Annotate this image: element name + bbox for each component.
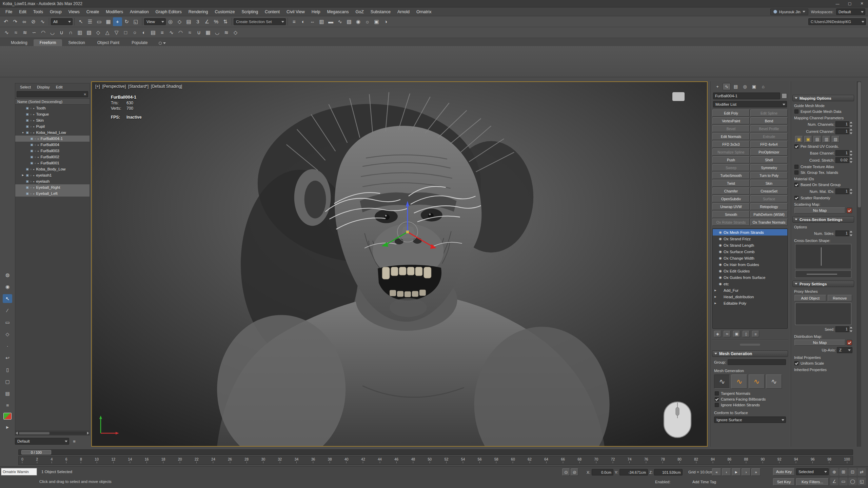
maxscript-mini-listener[interactable]: Ornatrix Warnin bbox=[1, 468, 37, 475]
explorer-menu[interactable]: Select bbox=[17, 84, 34, 90]
ornatrix-tool-01-icon[interactable]: ∿ bbox=[2, 28, 11, 37]
visibility-eye-icon[interactable]: ◉ bbox=[718, 230, 723, 234]
modifier-stack-row[interactable]: ◉ Ox Change Width bbox=[713, 255, 787, 261]
menu-item[interactable]: Megascans bbox=[324, 8, 352, 16]
visibility-toggles[interactable]: ○ ● bbox=[30, 180, 35, 183]
num-mat-ids-spinner[interactable]: 1 bbox=[835, 188, 852, 194]
modifier-stack-row[interactable]: ◉ Ox Edit Guides bbox=[713, 268, 787, 274]
pin-stack-icon[interactable]: ◈ bbox=[714, 331, 721, 337]
visibility-eye-icon[interactable]: ◉ bbox=[718, 282, 723, 286]
modifier-button[interactable]: CreaseSet bbox=[750, 187, 788, 195]
ornatrix-tool-04-icon[interactable]: ∽ bbox=[29, 28, 39, 37]
window-crossing-icon[interactable]: ▦ bbox=[104, 17, 113, 26]
delete-tool-icon[interactable]: ▯ bbox=[3, 365, 12, 374]
per-strand-uv-checkbox-row[interactable]: Per-Strand UV Coords. bbox=[794, 144, 852, 148]
up-axis-dropdown[interactable]: Z bbox=[837, 347, 852, 353]
modifier-button[interactable]: Turn to Poly bbox=[750, 172, 788, 179]
schematic-view-icon[interactable]: ▧ bbox=[344, 17, 354, 26]
object-name-field[interactable]: FurBall004-1 bbox=[713, 93, 780, 99]
key-filters-button[interactable]: Key Filters... bbox=[796, 478, 829, 486]
modifier-button[interactable]: TurboSmooth bbox=[712, 172, 750, 179]
tab-freeform[interactable]: Freeform bbox=[34, 39, 62, 46]
set-key-button[interactable]: Set Key bbox=[773, 478, 795, 486]
menu-item[interactable]: GoZ bbox=[352, 8, 367, 16]
menu-item[interactable]: File bbox=[2, 8, 16, 16]
viewport[interactable]: [+] [Perspective] [Standard*] [Default S… bbox=[91, 81, 708, 447]
clipboard-icon[interactable]: ▤ bbox=[3, 389, 12, 398]
edit-named-sets-icon[interactable]: ≡ bbox=[290, 17, 299, 26]
scroll-right-icon[interactable] bbox=[87, 432, 89, 434]
scene-object-row[interactable]: ▣ ○ ● FurBall004 bbox=[15, 142, 90, 148]
maximize-viewport-toggle-icon[interactable]: ◱ bbox=[857, 477, 866, 485]
num-sides-spinner[interactable]: 1 bbox=[835, 230, 852, 236]
viewcube[interactable] bbox=[672, 92, 685, 101]
cross-section-strip[interactable] bbox=[795, 270, 851, 278]
ornatrix-help-icon[interactable]: ◍ bbox=[3, 270, 12, 279]
menu-item[interactable]: Help bbox=[308, 8, 324, 16]
scene-object-row[interactable]: ▣ ○ ● FurBall004-1 bbox=[15, 136, 90, 142]
ornatrix-tool-25-icon[interactable]: ≋ bbox=[222, 28, 231, 37]
scene-object-row[interactable]: ▣ ○ ● Eyeball_Right bbox=[15, 184, 90, 190]
checkbox-row[interactable]: Camera Facing Billboards bbox=[715, 397, 785, 401]
make-unique-icon[interactable]: ▣ bbox=[733, 331, 740, 337]
align-icon[interactable]: ⇔ bbox=[308, 17, 317, 26]
modifier-button[interactable]: FFD 3x3x3 bbox=[712, 141, 750, 148]
select-and-link-icon[interactable]: ∞ bbox=[20, 17, 29, 26]
modifier-button[interactable]: Ox Transfer Normals bbox=[750, 219, 788, 226]
use-pivot-center-icon[interactable]: ◎ bbox=[166, 17, 175, 26]
uniform-scale-checkbox-row[interactable]: Uniform Scale bbox=[794, 361, 852, 365]
ornatrix-tool-06-icon[interactable]: ◡ bbox=[48, 28, 57, 37]
ornatrix-tool-16-icon[interactable]: ◐ bbox=[139, 28, 149, 37]
create-tab-icon[interactable]: + bbox=[713, 83, 722, 90]
ornatrix-tool-09-icon[interactable]: ▥ bbox=[75, 28, 84, 37]
select-and-move-icon[interactable]: + bbox=[113, 17, 122, 26]
export-guide-checkbox-row[interactable]: Export Guide Mesh Data bbox=[794, 109, 852, 114]
menu-item[interactable]: Arnold bbox=[394, 8, 413, 16]
go-to-start-button[interactable]: « bbox=[712, 468, 721, 476]
coord-stretch-spinner[interactable]: 0.02 bbox=[835, 157, 852, 163]
rollout-cross-section[interactable]: Cross-Section Settings bbox=[792, 216, 854, 223]
scene-object-row[interactable]: ▣ ○ ● FurBall003 bbox=[15, 148, 90, 154]
tab-modeling[interactable]: Modeling bbox=[5, 39, 34, 46]
modifier-button[interactable]: Smooth bbox=[712, 211, 750, 218]
menu-item[interactable]: Create bbox=[83, 8, 103, 16]
modifier-stack-row[interactable]: ◉ Ox Strand Length bbox=[713, 242, 787, 248]
dot-tool-icon[interactable]: · bbox=[3, 342, 12, 350]
visibility-toggles[interactable]: ○ ● bbox=[35, 156, 39, 158]
tab-object-paint[interactable]: Object Paint bbox=[91, 39, 125, 46]
menu-item[interactable]: Edit bbox=[16, 8, 30, 16]
modifier-stack-row[interactable]: ◉ Ox Strand Frizz bbox=[713, 236, 787, 242]
orbit-icon[interactable]: ◯ bbox=[848, 477, 857, 485]
user-account-button[interactable]: Hyunsuk Jin bbox=[770, 8, 808, 15]
expander-icon[interactable]: ▶ bbox=[714, 289, 717, 292]
menu-item[interactable]: Scripting bbox=[238, 8, 261, 16]
ornatrix-tool-12-icon[interactable]: △ bbox=[103, 28, 112, 37]
modifier-stack-row[interactable]: ◉ Ox Hair from Guides bbox=[713, 261, 787, 268]
modifier-button[interactable]: FFD 4x4x4 bbox=[750, 141, 788, 148]
visibility-eye-icon[interactable]: ◉ bbox=[718, 243, 723, 247]
scene-object-row[interactable]: ▣ ○ ● eyelash bbox=[15, 178, 90, 184]
modifier-button[interactable]: Bevel Profile bbox=[750, 125, 788, 132]
y-coordinate-field[interactable]: -34.671cm bbox=[619, 469, 648, 475]
utilities-tab-icon[interactable]: ⌂ bbox=[759, 83, 767, 90]
viewport-renderer-menu[interactable]: [Standard*] bbox=[128, 84, 149, 89]
object-color-swatch[interactable] bbox=[782, 93, 787, 99]
explorer-menu[interactable]: Display bbox=[34, 84, 53, 90]
previous-frame-button[interactable]: ‹ bbox=[722, 468, 731, 476]
selection-region-icon[interactable]: ▭ bbox=[95, 17, 104, 26]
show-end-result-icon[interactable]: ≍ bbox=[724, 331, 731, 337]
visibility-toggles[interactable]: ○ ● bbox=[30, 186, 35, 189]
modifier-button[interactable]: Push bbox=[712, 156, 750, 163]
menu-item[interactable]: Content bbox=[261, 8, 283, 16]
modifier-button[interactable]: Retopology bbox=[750, 203, 788, 210]
ornatrix-tool-18-icon[interactable]: ≡ bbox=[158, 28, 167, 37]
hierarchy-tab-icon[interactable]: ▤ bbox=[732, 83, 740, 90]
visibility-toggles[interactable]: ○ ● bbox=[35, 162, 39, 164]
modifier-button[interactable]: Shell bbox=[750, 156, 788, 163]
maximize-button[interactable]: ▢ bbox=[844, 0, 856, 7]
modifier-stack-row[interactable]: ▶ Editable Poly bbox=[713, 300, 787, 306]
expander-icon[interactable]: ▶ bbox=[21, 174, 24, 177]
scene-object-row[interactable]: ▣ ○ ● Koba_Body_Low bbox=[15, 166, 90, 172]
modifier-button[interactable]: Surface bbox=[750, 195, 788, 202]
layer-explorer-icon[interactable]: ▥ bbox=[317, 17, 326, 26]
